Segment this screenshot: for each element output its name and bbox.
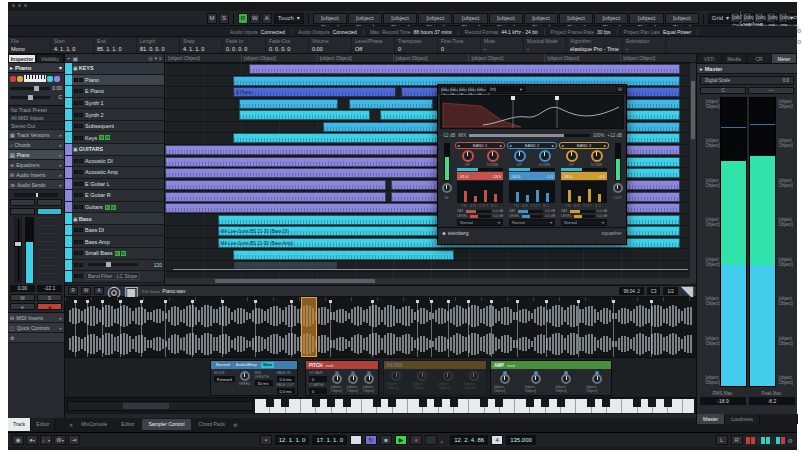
output-knob[interactable] <box>613 183 623 193</box>
right-locator-display[interactable]: 17. 1. 1. 0 <box>312 435 347 445</box>
tool-button[interactable]: [object Object] <box>594 13 628 24</box>
sampler-display[interactable]: 96:04. 2 <box>619 287 643 295</box>
tool-button[interactable]: [object Object] <box>559 13 593 24</box>
folder-icon[interactable]: ▣ <box>73 65 78 71</box>
filter-knob[interactable]: [object Object] <box>387 371 406 390</box>
info-line-column[interactable]: Snap 4. 1. 1. 0 <box>180 37 223 53</box>
track-mute-solo[interactable] <box>74 240 83 244</box>
track-name[interactable]: Synth 1 <box>85 100 104 106</box>
track-row[interactable]: ▣ E Guitar R RW <box>65 190 164 202</box>
band-sat-slider[interactable]: SAT 0.0 dB <box>457 209 503 213</box>
automation-mode-dropdown[interactable]: Touch ▾ <box>274 13 304 24</box>
track-row[interactable]: ▣ Bass DI RW <box>65 225 164 237</box>
info-line-column[interactable]: Fade-In 0. 0. 0. 0 <box>223 37 266 53</box>
folder-icon[interactable]: ▣ <box>73 146 78 152</box>
track-name[interactable]: Bass <box>79 216 92 222</box>
sample-waveform-display[interactable] <box>65 297 696 358</box>
inspector-routing-row[interactable]: No Track Preset <box>8 106 64 114</box>
track-row[interactable]: ▣ Acoustic Amp RW <box>65 167 164 179</box>
event-clip[interactable] <box>165 192 386 202</box>
track-name[interactable]: Small Bass <box>85 250 113 256</box>
tool-button[interactable]: [object Object] <box>313 13 347 24</box>
transport-option-button[interactable]: ◉ <box>12 435 24 445</box>
band-mini-slider[interactable] <box>561 168 607 171</box>
tool-button[interactable]: [object Object] <box>453 13 487 24</box>
tool-button[interactable]: [object Object] <box>489 13 523 24</box>
close-icon[interactable]: ✕ <box>69 422 73 428</box>
track-automation-badges[interactable]: RW <box>115 251 126 256</box>
filter-knob[interactable]: [object Object] <box>439 371 458 390</box>
inspector-section[interactable]: ▦ Track Versions ▸ <box>8 130 64 140</box>
gear-icon[interactable]: ⚙ <box>233 422 237 428</box>
record-enable-button[interactable]: ● <box>37 303 62 310</box>
amp-knob[interactable]: [object Object] <box>525 371 547 393</box>
status-item[interactable]: Project Pan Law Equal Power <box>624 29 699 35</box>
monitor-button[interactable] <box>37 208 62 215</box>
inspector-section[interactable]: ≫ Audio Sends ▸ <box>8 180 64 190</box>
event-clip[interactable] <box>233 250 454 260</box>
inspector-setup-row[interactable]: ⚙ <box>8 333 64 343</box>
input-gain-value[interactable]: -12 dB <box>442 133 455 138</box>
octave-value[interactable]: 0 <box>309 376 327 382</box>
plugin-header-button[interactable]: [object Object] <box>449 86 457 92</box>
info-line-column[interactable]: Volume 0.00 <box>309 37 352 53</box>
info-line-column[interactable]: Level/Phase Off <box>352 37 395 53</box>
band-mode-menu[interactable]: Normal ▾ <box>561 219 607 226</box>
inspector-routing-row[interactable]: All MIDI Inputs <box>8 114 64 122</box>
band-selector[interactable]: ▸ BAND 1 ▸ <box>455 142 505 149</box>
track-mute-solo[interactable] <box>74 170 83 174</box>
edit-channel-button[interactable] <box>37 199 62 206</box>
sample-overview-bar[interactable] <box>67 401 253 411</box>
peak-max-readout[interactable]: Peak Max. -8.2 <box>749 391 795 405</box>
band-up-knob[interactable] <box>566 150 578 162</box>
track-mute-solo[interactable] <box>74 159 83 163</box>
transport-option-button[interactable]: ♩▾ <box>40 435 52 445</box>
track-name[interactable]: Keys <box>85 135 97 141</box>
add-track-button[interactable]: + <box>67 55 71 61</box>
event-clip[interactable] <box>165 157 454 167</box>
playback-mode-tab[interactable]: AudioWarp <box>234 362 259 368</box>
status-item[interactable]: Audio Outputs Connected <box>298 29 364 35</box>
band-range-bar[interactable]: -31.0 -13.9 <box>457 172 503 180</box>
info-line-column[interactable]: Fine-Tune 0 <box>438 37 481 53</box>
status-item[interactable]: Project Frame Rate 30 fps <box>551 29 618 35</box>
track-name[interactable]: Piano <box>85 77 99 83</box>
inspector-section[interactable]: ⊟ MIDI Inserts ▸ <box>8 313 64 323</box>
punch-button[interactable] <box>350 435 362 445</box>
file-display[interactable]: File Name Piano.wav <box>142 288 185 294</box>
right-zone-tab[interactable]: Meter <box>772 54 797 63</box>
record-button[interactable]: ● <box>410 435 422 445</box>
band-level-slider[interactable]: LEVEL 0.0 dB <box>561 214 607 218</box>
band-prev-icon[interactable]: ▸ <box>562 143 564 148</box>
window-layout-button[interactable]: [object Object] <box>754 12 764 23</box>
plugin-titlebar[interactable]: [object Object][object Object][object Ob… <box>438 85 626 94</box>
mode-dropdown[interactable]: Forward <box>214 376 235 382</box>
track-row[interactable]: ▣ GUITARS RW <box>65 144 164 156</box>
track-automation-badges[interactable]: RW <box>99 135 110 140</box>
output-gain-value[interactable]: +12 dB <box>608 133 622 138</box>
event-clip[interactable] <box>233 133 443 143</box>
fade-in-value[interactable]: 0.0 ms <box>277 376 295 382</box>
status-item[interactable]: Record Format 44.1 kHz - 24 bit <box>465 29 545 35</box>
track-mute-solo[interactable] <box>74 205 83 209</box>
search-icon[interactable]: ◎ <box>148 55 152 61</box>
right-zone-tab[interactable]: VSTi <box>697 54 722 63</box>
band-level-slider[interactable]: LEVEL 0.0 dB <box>509 214 555 218</box>
track-row[interactable]: ▣ Guitars RW <box>65 202 164 214</box>
fader-volume-readout[interactable]: 0.00 <box>10 285 35 292</box>
event-clip[interactable] <box>165 168 454 178</box>
freeze-icon[interactable] <box>47 76 53 82</box>
playback-mode-tab[interactable]: Normal <box>214 362 232 368</box>
track-mute-solo[interactable] <box>74 182 83 186</box>
meter-left-button[interactable]: L <box>716 435 728 445</box>
band-next-icon[interactable]: ▸ <box>552 143 554 148</box>
sampler-display[interactable]: 1/2 <box>663 287 677 295</box>
gear-icon[interactable]: ⚙ <box>788 437 793 444</box>
amp-knob[interactable]: [object Object] <box>494 371 516 393</box>
track-row[interactable]: ▣ Bass RW <box>65 213 164 225</box>
track-row[interactable]: ▣ E Piano RW <box>65 86 164 98</box>
track-name[interactable]: E Piano <box>85 88 104 94</box>
band-mini-slider[interactable] <box>457 168 503 171</box>
track-mute-solo[interactable] <box>74 113 83 117</box>
secondary-position-display[interactable]: 12. 2. 4. 86 <box>450 435 488 445</box>
